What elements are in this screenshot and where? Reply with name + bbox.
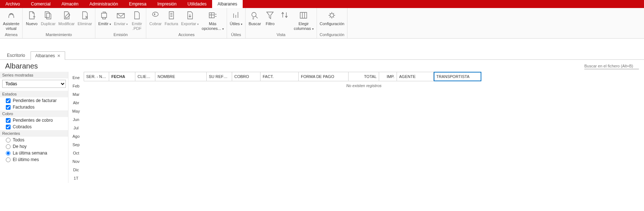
filters-estados-head: Estados	[0, 91, 68, 97]
grid-col-cliente[interactable]: CLIENTE	[135, 72, 155, 81]
filter-check-label: Cobrados	[13, 124, 32, 129]
filters-recientes-body: TodosDe hoyLa última semanaEl último mes	[0, 137, 68, 163]
ribbon-factura-button[interactable]: Factura	[163, 9, 179, 27]
grid-col-cobro[interactable]: COBRO	[232, 72, 261, 81]
ribbon-exportar-label: Exportar ▾	[181, 22, 199, 26]
ribbon-group-configuración: ConfiguraciónConfiguración	[317, 8, 348, 38]
chevron-down-icon: ▾	[110, 23, 111, 26]
series-select[interactable]: Todas	[2, 80, 66, 88]
ribbon-duplicar-button[interactable]: Duplicar	[39, 9, 57, 27]
month-jun[interactable]: Jun	[68, 116, 84, 124]
main-menu-bar: ArchivoComercialAlmacénAdministraciónEmp…	[0, 0, 644, 8]
ribbon-configuracion-button[interactable]: Configuración	[318, 9, 346, 27]
grid-empty-message: No existen registros	[84, 81, 644, 90]
month-oct[interactable]: Oct	[68, 149, 84, 158]
filter-radio-label: De hoy	[13, 144, 27, 149]
ribbon-elegir-columnas-button[interactable]: Elegircolumnas ▾	[292, 9, 315, 31]
ribbon-emitir-button[interactable]: Emitir ▾	[97, 9, 112, 27]
search-input[interactable]	[584, 63, 639, 69]
filter-radio-la-última-semana[interactable]: La última semana	[0, 150, 68, 156]
grid-col-total[interactable]: TOTAL	[349, 72, 379, 81]
workspace-tab-escritorio[interactable]: Escritorio	[2, 51, 30, 59]
workspace-tab-label: Albaranes	[35, 53, 55, 58]
menu-item-comercial[interactable]: Comercial	[25, 0, 56, 8]
radio[interactable]	[6, 138, 11, 142]
filter-check-pendientes-de-cobro[interactable]: Pendientes de cobro	[0, 117, 68, 124]
month-jul[interactable]: Jul	[68, 124, 84, 133]
exportar-icon	[184, 10, 195, 21]
ribbon-eliminar-button[interactable]: Eliminar	[76, 9, 94, 27]
filter-check-cobrados[interactable]: Cobrados	[0, 124, 68, 130]
month-ago[interactable]: Ago	[68, 133, 84, 141]
ribbon-factura-label: Factura	[164, 22, 178, 26]
radio[interactable]	[6, 151, 11, 156]
grid-col-su-refere-[interactable]: SU REFERE...	[207, 72, 232, 81]
ribbon-group-title: Configuración	[318, 32, 346, 38]
month-mar[interactable]: Mar	[68, 91, 84, 99]
menu-item-albaranes[interactable]: Albaranes	[212, 0, 243, 8]
ribbon-elegir-columnas-label: Elegircolumnas ▾	[294, 22, 313, 31]
ribbon: AsistentevirtualAteneaNuevoDuplicarModif…	[0, 8, 644, 39]
filter-check-label: Pendientes de cobro	[13, 118, 53, 123]
menu-item-utilidades[interactable]: Utilidades	[182, 0, 212, 8]
filter-radio-label: Todos	[13, 137, 24, 142]
ribbon-asistente-button[interactable]: Asistentevirtual	[1, 9, 21, 31]
ribbon-enviar-button[interactable]: Enviar ▾	[112, 9, 129, 27]
ribbon-modificar-button[interactable]: Modificar	[57, 9, 76, 27]
month-nov[interactable]: Nov	[68, 158, 84, 166]
filter-check-label: Facturados	[13, 105, 35, 110]
elegir-columnas-icon	[298, 10, 309, 21]
ribbon-orden-button[interactable]	[278, 9, 292, 22]
filter-radio-todos[interactable]: Todos	[0, 137, 68, 143]
menu-item-impresión[interactable]: Impresión	[152, 0, 182, 8]
mas-opciones-icon	[207, 10, 218, 21]
menu-item-empresa[interactable]: Empresa	[123, 0, 152, 8]
ribbon-group-atenea: AsistentevirtualAtenea	[0, 8, 23, 38]
month-1t[interactable]: 1T	[68, 175, 84, 183]
asistente-icon	[6, 10, 17, 21]
month-dic[interactable]: Dic	[68, 166, 84, 175]
month-feb[interactable]: Feb	[68, 82, 84, 91]
grid-col-agente[interactable]: AGENTE	[397, 72, 434, 81]
radio[interactable]	[6, 157, 11, 162]
grid-col-nombre[interactable]: NOMBRE	[155, 72, 207, 81]
filter-radio-el-último-mes[interactable]: El último mes	[0, 156, 68, 163]
filter-check-facturados[interactable]: Facturados	[0, 104, 68, 110]
menu-item-archivo[interactable]: Archivo	[0, 0, 25, 8]
ribbon-filtro-button[interactable]: Filtro	[262, 9, 278, 27]
workspace-tab-albaranes[interactable]: Albaranes✕	[31, 51, 65, 60]
workspace-tabs: EscritorioAlbaranes✕	[0, 39, 644, 60]
ribbon-cobrar-button[interactable]: Cobrar	[148, 9, 163, 27]
checkbox[interactable]	[6, 118, 11, 123]
grid-col-fact-[interactable]: FACT.	[261, 72, 299, 81]
month-abr[interactable]: Abr	[68, 99, 84, 108]
ribbon-eliminar-label: Eliminar	[77, 22, 92, 26]
filter-radio-de-hoy[interactable]: De hoy	[0, 143, 68, 150]
menu-item-administración[interactable]: Administración	[84, 0, 124, 8]
month-may[interactable]: May	[68, 108, 84, 116]
ribbon-emitir-pdf-button[interactable]: Emitir.PDF	[129, 9, 144, 31]
checkbox[interactable]	[6, 98, 11, 103]
close-icon[interactable]: ✕	[57, 54, 60, 58]
ribbon-exportar-button[interactable]: Exportar ▾	[180, 9, 200, 27]
grid-col-forma-de-pago[interactable]: FORMA DE PAGO	[299, 72, 349, 81]
month-ene[interactable]: Ene	[68, 74, 84, 82]
ribbon-nuevo-button[interactable]: Nuevo	[24, 9, 39, 27]
ribbon-buscar-button[interactable]: Buscar	[247, 9, 262, 27]
radio[interactable]	[6, 144, 11, 149]
ribbon-utiles-button[interactable]: Útiles ▾	[228, 9, 244, 27]
menu-item-almacén[interactable]: Almacén	[56, 0, 84, 8]
checkbox[interactable]	[6, 105, 11, 110]
page-title: Albaranes	[5, 62, 38, 70]
filter-check-pendientes-de-facturar[interactable]: Pendientes de facturar	[0, 97, 68, 104]
chevron-down-icon: ▾	[312, 27, 314, 31]
checkbox[interactable]	[6, 125, 11, 129]
ribbon-mas-opciones-button[interactable]: Másopciones... ▾	[200, 9, 225, 31]
search-box[interactable]	[584, 63, 639, 69]
grid-col-ser-n-m-[interactable]: SER. - NÚM.	[84, 72, 109, 81]
grid-col-imp-[interactable]: IMP.	[379, 72, 397, 81]
grid-col-fecha[interactable]: FECHA	[109, 72, 135, 81]
ribbon-group-emisión: Emitir ▾Enviar ▾Emitir.PDFEmisión	[95, 8, 146, 38]
month-sep[interactable]: Sep	[68, 141, 84, 149]
grid-col-transportista[interactable]: TRANSPORTISTA	[434, 72, 481, 81]
